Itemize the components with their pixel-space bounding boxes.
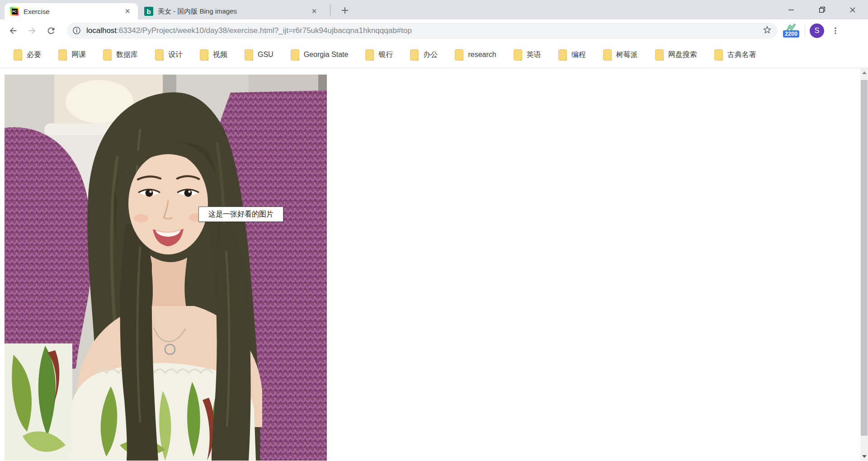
window-controls <box>776 0 868 19</box>
folder-icon <box>714 49 723 61</box>
star-icon <box>762 25 772 35</box>
bookmark-folder-item[interactable]: 办公 <box>410 49 438 61</box>
browser-toolbar: localhost:63342/PyProject/week10/day38/e… <box>0 19 868 42</box>
tab-strip: PC Exercise ✕ b 美女 - 国内版 Bing images ✕ <box>0 0 868 19</box>
photo-illustration <box>5 75 327 461</box>
folder-icon <box>14 49 22 61</box>
url-text[interactable]: localhost:63342/PyProject/week10/day38/e… <box>86 26 759 35</box>
pycharm-favicon-icon: PC <box>10 7 19 16</box>
folder-icon <box>365 49 374 61</box>
minimize-icon <box>788 7 794 13</box>
address-bar[interactable]: localhost:63342/PyProject/week10/day38/e… <box>67 23 778 39</box>
bookmark-folder-item[interactable]: 网课 <box>58 49 86 61</box>
forward-arrow-icon <box>27 26 37 36</box>
bookmark-folder-item[interactable]: 编程 <box>558 49 586 61</box>
bookmark-folder-item[interactable]: 必要 <box>14 49 41 61</box>
bookmark-label: 办公 <box>423 50 438 60</box>
folder-icon <box>245 49 253 61</box>
restore-icon <box>819 7 825 13</box>
reload-icon <box>46 26 56 36</box>
bookmark-label: 网课 <box>71 50 86 60</box>
tab-close-icon[interactable]: ✕ <box>309 6 319 16</box>
bookmark-label: 树莓派 <box>616 50 638 60</box>
folder-icon <box>291 49 299 61</box>
bookmark-label: 古典名著 <box>727 50 756 60</box>
bookmark-folder-item[interactable]: research <box>455 49 496 61</box>
new-tab-button[interactable] <box>337 4 353 17</box>
tab-title: Exercise <box>24 8 123 15</box>
scroll-down-button[interactable] <box>860 452 868 461</box>
tab-title: 美女 - 国内版 Bing images <box>158 7 309 16</box>
scrollbar-thumb[interactable] <box>861 80 868 436</box>
back-button[interactable] <box>4 21 23 40</box>
url-host: localhost <box>86 26 117 35</box>
arrow-down-icon <box>862 455 867 458</box>
tab-bing-images[interactable]: b 美女 - 国内版 Bing images ✕ <box>139 3 325 19</box>
minimize-button[interactable] <box>776 0 807 19</box>
extension-button[interactable]: 2200 <box>782 21 800 40</box>
image-title-tooltip: 这是一张好看的图片 <box>198 207 283 222</box>
bookmark-label: 英语 <box>527 50 541 60</box>
toolbar-right-cluster: 2200 S <box>782 21 844 40</box>
bookmark-folder-item[interactable]: 树莓派 <box>603 49 638 61</box>
pycharm-favicon-label: PC <box>12 9 18 14</box>
bookmark-folder-item[interactable]: 银行 <box>365 49 393 61</box>
bookmark-label: GSU <box>258 51 274 59</box>
folder-icon <box>410 49 419 61</box>
page-viewport: 这是一张好看的图片 <box>0 68 868 461</box>
scroll-up-button[interactable] <box>860 68 868 77</box>
site-info-icon[interactable] <box>72 26 81 35</box>
folder-icon <box>200 49 208 61</box>
bookmark-star-button[interactable] <box>762 25 772 37</box>
restore-button[interactable] <box>807 0 837 19</box>
bookmark-folder-item[interactable]: 设计 <box>155 49 183 61</box>
extension-badge: 2200 <box>783 30 799 38</box>
toolbar-separator <box>805 25 805 37</box>
back-arrow-icon <box>8 26 18 36</box>
tooltip-text: 这是一张好看的图片 <box>208 210 274 219</box>
folder-icon <box>603 49 612 61</box>
close-window-button[interactable] <box>837 0 868 19</box>
forward-button[interactable] <box>23 21 42 40</box>
bookmark-label: 数据库 <box>116 50 138 60</box>
bookmark-folder-item[interactable]: 英语 <box>514 49 541 61</box>
bookmark-label: research <box>468 51 496 59</box>
bing-favicon-label: b <box>146 8 151 15</box>
folder-icon <box>103 49 112 61</box>
profile-avatar[interactable]: S <box>810 24 824 38</box>
bookmark-folder-item[interactable]: 古典名著 <box>714 49 756 61</box>
tab-close-icon[interactable]: ✕ <box>123 6 132 16</box>
bookmark-label: 设计 <box>168 50 183 60</box>
tab-separator <box>330 5 330 15</box>
vertical-scrollbar[interactable] <box>860 68 868 461</box>
bookmark-folder-item[interactable]: 视频 <box>200 49 227 61</box>
folder-icon <box>155 49 164 61</box>
bookmark-folder-item[interactable]: 数据库 <box>103 49 138 61</box>
close-icon <box>850 7 855 13</box>
folder-icon <box>514 49 522 61</box>
folder-icon <box>58 49 67 61</box>
photo-of-woman-on-train-seat[interactable] <box>5 75 327 461</box>
kebab-menu-icon <box>831 26 840 35</box>
bookmark-folder-item[interactable]: GSU <box>245 49 274 61</box>
avatar-letter: S <box>815 27 820 35</box>
bookmark-label: 必要 <box>27 50 41 60</box>
bookmark-label: 编程 <box>571 50 586 60</box>
url-path: :63342/PyProject/week10/day38/exercise.h… <box>117 26 412 35</box>
folder-icon <box>558 49 567 61</box>
arrow-up-icon <box>862 71 867 74</box>
bing-favicon-icon: b <box>144 7 153 16</box>
bookmarks-bar: 必要 网课 数据库 设计 <box>0 42 868 68</box>
reload-button[interactable] <box>42 21 61 40</box>
tab-exercise[interactable]: PC Exercise ✕ <box>5 3 138 19</box>
folder-icon <box>455 49 463 61</box>
bookmark-folder-item[interactable]: Georgia State <box>291 49 349 61</box>
chrome-menu-button[interactable] <box>827 22 844 39</box>
folder-icon <box>655 49 664 61</box>
bookmark-label: 网盘搜索 <box>668 50 697 60</box>
bookmark-label: 视频 <box>213 50 227 60</box>
plus-icon <box>342 7 348 14</box>
bookmark-folder-item[interactable]: 网盘搜索 <box>655 49 697 61</box>
bookmark-label: 银行 <box>378 50 393 60</box>
bookmark-label: Georgia State <box>304 51 349 59</box>
